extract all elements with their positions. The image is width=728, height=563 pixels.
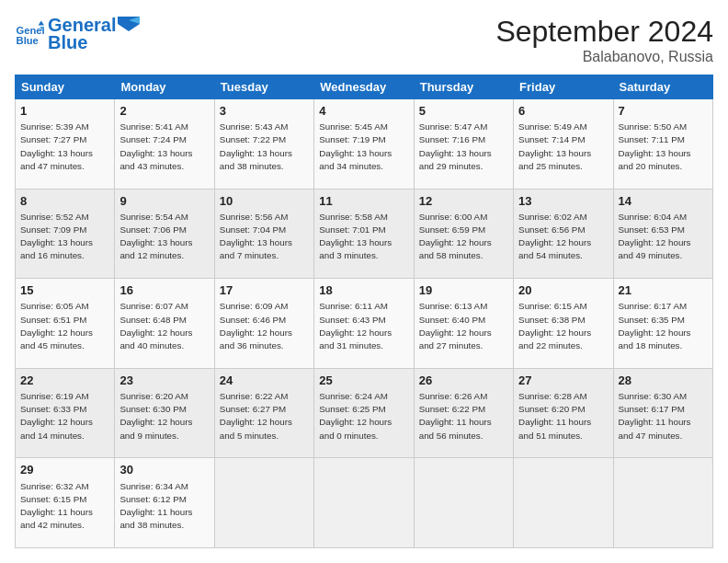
- svg-marker-2: [39, 21, 44, 26]
- day-info: Sunrise: 5:41 AMSunset: 7:24 PMDaylight:…: [119, 121, 209, 173]
- day-number: 5: [419, 103, 508, 120]
- calendar-cell-5-6: [514, 458, 613, 548]
- day-number: 12: [419, 193, 508, 210]
- calendar-cell-2-7: 14Sunrise: 6:04 AMSunset: 6:53 PMDayligh…: [613, 189, 712, 279]
- day-info: Sunrise: 5:43 AMSunset: 7:22 PMDaylight:…: [220, 121, 309, 173]
- calendar-cell-5-4: [314, 458, 414, 548]
- day-number: 6: [518, 103, 608, 120]
- day-number: 22: [20, 373, 109, 389]
- day-number: 9: [119, 193, 209, 210]
- day-number: 14: [619, 193, 708, 210]
- day-info: Sunrise: 6:13 AMSunset: 6:40 PMDaylight:…: [419, 300, 508, 352]
- calendar-cell-3-4: 18Sunrise: 6:11 AMSunset: 6:43 PMDayligh…: [314, 279, 414, 369]
- day-number: 23: [119, 373, 209, 389]
- calendar-cell-2-3: 10Sunrise: 5:56 AMSunset: 7:04 PMDayligh…: [214, 189, 313, 279]
- day-number: 1: [20, 103, 109, 120]
- day-number: 30: [119, 462, 209, 478]
- calendar-cell-4-3: 24Sunrise: 6:22 AMSunset: 6:27 PMDayligh…: [214, 368, 313, 458]
- calendar-cell-1-1: 1Sunrise: 5:39 AMSunset: 7:27 PMDaylight…: [16, 99, 115, 190]
- svg-text:General: General: [17, 25, 44, 36]
- day-number: 10: [220, 193, 309, 210]
- calendar-cell-5-5: [414, 458, 513, 548]
- day-number: 26: [419, 373, 508, 389]
- day-info: Sunrise: 6:15 AMSunset: 6:38 PMDaylight:…: [518, 300, 608, 352]
- col-header-friday: Friday: [514, 75, 613, 99]
- day-info: Sunrise: 6:34 AMSunset: 6:12 PMDaylight:…: [119, 480, 209, 533]
- day-number: 17: [220, 282, 309, 299]
- logo-arrow-icon: [118, 17, 140, 31]
- day-number: 24: [220, 373, 309, 389]
- day-number: 11: [319, 193, 408, 210]
- col-header-wednesday: Wednesday: [314, 75, 414, 99]
- calendar-week-5: 29Sunrise: 6:32 AMSunset: 6:15 PMDayligh…: [16, 458, 713, 548]
- calendar-cell-2-2: 9Sunrise: 5:54 AMSunset: 7:06 PMDaylight…: [115, 189, 214, 279]
- day-number: 16: [119, 282, 209, 299]
- location: Balabanovo, Russia: [495, 49, 713, 65]
- day-info: Sunrise: 6:22 AMSunset: 6:27 PMDaylight:…: [220, 390, 309, 442]
- calendar-cell-5-2: 30Sunrise: 6:34 AMSunset: 6:12 PMDayligh…: [115, 458, 214, 548]
- day-info: Sunrise: 6:30 AMSunset: 6:17 PMDaylight:…: [619, 390, 708, 442]
- calendar-cell-5-1: 29Sunrise: 6:32 AMSunset: 6:15 PMDayligh…: [16, 458, 115, 548]
- day-number: 28: [619, 373, 708, 389]
- day-info: Sunrise: 5:52 AMSunset: 7:09 PMDaylight:…: [20, 211, 109, 263]
- col-header-tuesday: Tuesday: [214, 75, 313, 99]
- calendar-week-3: 15Sunrise: 6:05 AMSunset: 6:51 PMDayligh…: [16, 279, 713, 369]
- calendar-cell-3-7: 21Sunrise: 6:17 AMSunset: 6:35 PMDayligh…: [613, 279, 712, 369]
- calendar-cell-3-2: 16Sunrise: 6:07 AMSunset: 6:48 PMDayligh…: [115, 279, 214, 369]
- logo: General Blue General Blue: [15, 15, 142, 53]
- calendar-body: 1Sunrise: 5:39 AMSunset: 7:27 PMDaylight…: [16, 99, 713, 548]
- logo-icon: General Blue: [15, 19, 44, 49]
- calendar-cell-2-1: 8Sunrise: 5:52 AMSunset: 7:09 PMDaylight…: [16, 189, 115, 279]
- day-number: 15: [20, 282, 109, 299]
- day-info: Sunrise: 6:09 AMSunset: 6:46 PMDaylight:…: [220, 300, 309, 352]
- calendar-cell-3-6: 20Sunrise: 6:15 AMSunset: 6:38 PMDayligh…: [514, 279, 613, 369]
- calendar-cell-4-6: 27Sunrise: 6:28 AMSunset: 6:20 PMDayligh…: [514, 368, 613, 458]
- day-number: 20: [518, 282, 608, 299]
- day-info: Sunrise: 6:07 AMSunset: 6:48 PMDaylight:…: [119, 300, 209, 352]
- day-info: Sunrise: 6:19 AMSunset: 6:33 PMDaylight:…: [20, 390, 109, 442]
- day-info: Sunrise: 6:04 AMSunset: 6:53 PMDaylight:…: [619, 211, 708, 263]
- calendar-week-4: 22Sunrise: 6:19 AMSunset: 6:33 PMDayligh…: [16, 368, 713, 458]
- day-info: Sunrise: 6:02 AMSunset: 6:56 PMDaylight:…: [518, 211, 608, 263]
- calendar-cell-2-6: 13Sunrise: 6:02 AMSunset: 6:56 PMDayligh…: [514, 189, 613, 279]
- month-title: September 2024: [495, 15, 713, 49]
- calendar-cell-4-5: 26Sunrise: 6:26 AMSunset: 6:22 PMDayligh…: [414, 368, 513, 458]
- calendar-cell-1-4: 4Sunrise: 5:45 AMSunset: 7:19 PMDaylight…: [314, 99, 414, 190]
- day-info: Sunrise: 5:45 AMSunset: 7:19 PMDaylight:…: [319, 121, 408, 173]
- day-info: Sunrise: 5:54 AMSunset: 7:06 PMDaylight:…: [119, 211, 209, 263]
- day-number: 25: [319, 373, 408, 389]
- calendar-cell-1-7: 7Sunrise: 5:50 AMSunset: 7:11 PMDaylight…: [613, 99, 712, 190]
- day-number: 29: [20, 462, 109, 478]
- calendar-cell-1-3: 3Sunrise: 5:43 AMSunset: 7:22 PMDaylight…: [214, 99, 313, 190]
- calendar-cell-4-1: 22Sunrise: 6:19 AMSunset: 6:33 PMDayligh…: [16, 368, 115, 458]
- day-info: Sunrise: 5:47 AMSunset: 7:16 PMDaylight:…: [419, 121, 508, 173]
- calendar-week-2: 8Sunrise: 5:52 AMSunset: 7:09 PMDaylight…: [16, 189, 713, 279]
- day-number: 19: [419, 282, 508, 299]
- page-header: General Blue General Blue September 2024…: [15, 15, 713, 65]
- calendar-table: SundayMondayTuesdayWednesdayThursdayFrid…: [15, 75, 713, 548]
- svg-text:Blue: Blue: [17, 35, 39, 46]
- day-info: Sunrise: 6:05 AMSunset: 6:51 PMDaylight:…: [20, 300, 109, 352]
- calendar-cell-4-4: 25Sunrise: 6:24 AMSunset: 6:25 PMDayligh…: [314, 368, 414, 458]
- day-info: Sunrise: 5:56 AMSunset: 7:04 PMDaylight:…: [220, 211, 309, 263]
- calendar-cell-4-2: 23Sunrise: 6:20 AMSunset: 6:30 PMDayligh…: [115, 368, 214, 458]
- calendar-cell-3-3: 17Sunrise: 6:09 AMSunset: 6:46 PMDayligh…: [214, 279, 313, 369]
- day-info: Sunrise: 6:17 AMSunset: 6:35 PMDaylight:…: [619, 300, 708, 352]
- col-header-thursday: Thursday: [414, 75, 513, 99]
- day-number: 27: [518, 373, 608, 389]
- day-info: Sunrise: 5:58 AMSunset: 7:01 PMDaylight:…: [319, 211, 408, 263]
- calendar-header-row: SundayMondayTuesdayWednesdayThursdayFrid…: [16, 75, 713, 99]
- calendar-cell-2-4: 11Sunrise: 5:58 AMSunset: 7:01 PMDayligh…: [314, 189, 414, 279]
- day-info: Sunrise: 6:00 AMSunset: 6:59 PMDaylight:…: [419, 211, 508, 263]
- day-info: Sunrise: 6:26 AMSunset: 6:22 PMDaylight:…: [419, 390, 508, 442]
- day-info: Sunrise: 6:32 AMSunset: 6:15 PMDaylight:…: [20, 480, 109, 533]
- calendar-cell-1-6: 6Sunrise: 5:49 AMSunset: 7:14 PMDaylight…: [514, 99, 613, 190]
- calendar-cell-3-5: 19Sunrise: 6:13 AMSunset: 6:40 PMDayligh…: [414, 279, 513, 369]
- title-block: September 2024 Balabanovo, Russia: [495, 15, 713, 65]
- day-info: Sunrise: 6:24 AMSunset: 6:25 PMDaylight:…: [319, 390, 408, 442]
- col-header-saturday: Saturday: [613, 75, 712, 99]
- calendar-cell-2-5: 12Sunrise: 6:00 AMSunset: 6:59 PMDayligh…: [414, 189, 513, 279]
- day-info: Sunrise: 6:20 AMSunset: 6:30 PMDaylight:…: [119, 390, 209, 442]
- calendar-week-1: 1Sunrise: 5:39 AMSunset: 7:27 PMDaylight…: [16, 99, 713, 190]
- calendar-cell-1-2: 2Sunrise: 5:41 AMSunset: 7:24 PMDaylight…: [115, 99, 214, 190]
